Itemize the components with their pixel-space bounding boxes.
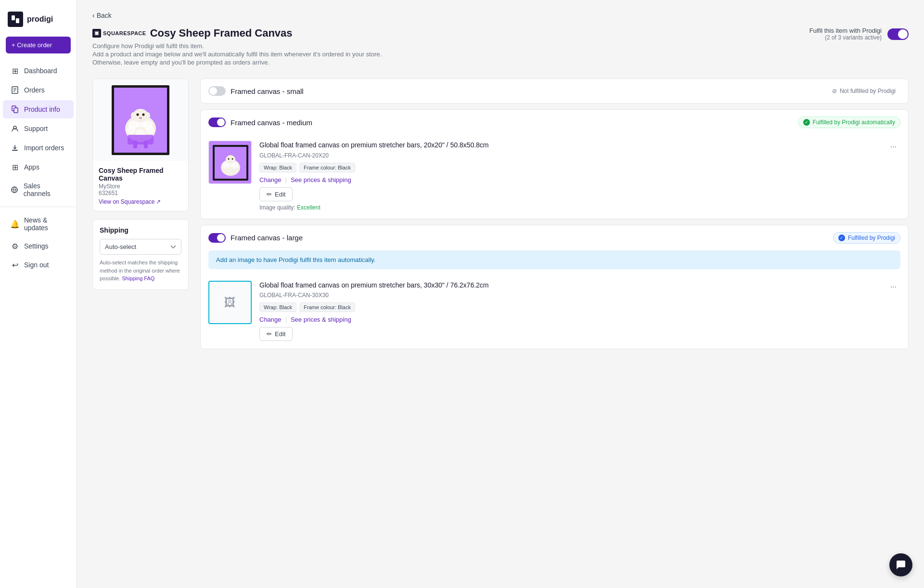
- product-image-container: [93, 79, 188, 161]
- product-detail-info-large: Global float framed canvas on premium st…: [259, 281, 900, 341]
- product-tags-medium: Wrap: Black Frame colour: Black: [259, 163, 489, 172]
- page-header-left: SQUARESPACE Cosy Sheep Framed Canvas Con…: [92, 27, 382, 67]
- sidebar-item-product-info[interactable]: Product info: [3, 100, 74, 118]
- variant-name-medium: Framed canvas - medium: [231, 118, 312, 127]
- variant-name-large: Framed canvas - large: [231, 234, 303, 242]
- svg-rect-9: [12, 150, 18, 151]
- product-thumb-image-medium: [209, 141, 252, 184]
- page-subtitle-1: Configure how Prodigi will fulfil this i…: [92, 42, 382, 50]
- squarespace-label: SQUARESPACE: [103, 30, 146, 36]
- status-label-large: Fulfilled by Prodigi: [848, 235, 895, 241]
- variant-card-medium: Framed canvas - medium ✓ Fulfilled by Pr…: [200, 109, 909, 219]
- sidebar: prodigi + Create order ⊞ Dashboard Order…: [0, 0, 77, 588]
- shipping-title: Shipping: [100, 226, 181, 234]
- svg-point-41: [232, 158, 233, 160]
- change-link-medium[interactable]: Change: [259, 176, 282, 183]
- fulfil-toggle-text: Fulfil this item with Prodigi (2 of 3 va…: [809, 27, 882, 41]
- svg-point-25: [145, 112, 150, 119]
- status-label-medium: Fulfilled by Prodigi automatically: [813, 119, 895, 126]
- orders-icon: [11, 86, 19, 94]
- quality-value-medium: Excellent: [297, 204, 321, 211]
- variant-toggle-small[interactable]: [208, 86, 226, 96]
- sidebar-item-settings[interactable]: ⚙ Settings: [3, 237, 74, 255]
- status-badge-small: ⊘ Not fulfilled by Prodigi: [827, 86, 900, 96]
- product-thumb-empty-large: 🖼: [208, 281, 252, 324]
- shipping-description: Auto-select matches the shipping method …: [100, 259, 181, 283]
- svg-rect-13: [97, 32, 98, 35]
- product-detail-row-medium: Global float framed canvas on premium st…: [201, 135, 908, 219]
- more-button-medium[interactable]: ···: [886, 141, 900, 153]
- sidebar-item-support[interactable]: Support: [3, 119, 74, 138]
- page-subtitle-3: Otherwise, leave empty and you'll be pro…: [92, 59, 382, 66]
- chat-button[interactable]: [889, 553, 912, 576]
- variant-toggle-medium[interactable]: [208, 118, 226, 127]
- svg-point-24: [131, 112, 136, 119]
- edit-button-large[interactable]: ✏ Edit: [259, 327, 293, 341]
- check-circle-icon-medium: ✓: [803, 119, 810, 126]
- main-content: ‹ Back SQUARESPACE Cosy Sheep Framed Can…: [77, 0, 924, 588]
- sidebar-item-sales-channels[interactable]: Sales channels: [3, 177, 74, 202]
- shipping-faq-link[interactable]: Shipping FAQ: [122, 275, 154, 281]
- sidebar-item-label: Import orders: [24, 144, 64, 152]
- variant-header-medium: Framed canvas - medium ✓ Fulfilled by Pr…: [201, 110, 908, 135]
- sidebar-item-label: Apps: [24, 163, 39, 171]
- product-thumb-medium: [208, 141, 252, 184]
- variant-header-left-large: Framed canvas - large: [208, 233, 303, 243]
- product-id: 632651: [99, 190, 182, 196]
- view-link-label: View on Squarespace: [99, 198, 155, 205]
- sidebar-item-label: Product info: [24, 105, 60, 113]
- shipping-section: Shipping Auto-select Standard Express Au…: [92, 219, 189, 290]
- sidebar-item-label: Orders: [24, 86, 45, 94]
- frame-tag-large: Frame colour: Black: [299, 302, 355, 312]
- sidebar-item-orders[interactable]: Orders: [3, 81, 74, 99]
- sign-out-icon: ↩: [11, 261, 19, 269]
- svg-rect-31: [144, 141, 148, 148]
- product-info: Cosy Sheep Framed Canvas MyStore 632651 …: [93, 161, 188, 211]
- change-link-large[interactable]: Change: [259, 316, 282, 323]
- product-tags-large: Wrap: Black Frame colour: Black: [259, 302, 489, 312]
- sidebar-item-apps[interactable]: ⊞ Apps: [3, 158, 74, 176]
- sidebar-item-label: Sales channels: [24, 182, 66, 197]
- image-quality-medium: Image quality: Excellent: [259, 204, 489, 211]
- variant-header-small: Framed canvas - small ⊘ Not fulfilled by…: [201, 79, 908, 103]
- variant-header-large: Framed canvas - large ✓ Fulfilled by Pro…: [201, 225, 908, 250]
- sidebar-item-sign-out[interactable]: ↩ Sign out: [3, 256, 74, 274]
- svg-rect-7: [14, 108, 18, 113]
- wrap-tag-medium: Wrap: Black: [259, 163, 296, 172]
- logo: prodigi: [0, 8, 77, 37]
- settings-icon: ⚙: [11, 242, 19, 250]
- svg-rect-0: [12, 15, 15, 20]
- sidebar-bottom: 🔔 News & updates ⚙ Settings ↩ Sign out: [0, 207, 77, 274]
- dashboard-icon: ⊞: [11, 66, 19, 75]
- sidebar-item-label: Sign out: [24, 261, 49, 269]
- back-button[interactable]: ‹ Back: [92, 12, 112, 19]
- see-prices-link-medium[interactable]: See prices & shipping: [291, 176, 351, 183]
- squarespace-logo-icon: [92, 29, 101, 38]
- sidebar-item-dashboard[interactable]: ⊞ Dashboard: [3, 62, 74, 80]
- toggle-thumb-small: [209, 87, 217, 95]
- variant-header-left-medium: Framed canvas - medium: [208, 118, 312, 127]
- edit-icon-medium: ✏: [267, 191, 272, 198]
- variant-toggle-large[interactable]: [208, 233, 226, 243]
- svg-rect-30: [133, 141, 137, 148]
- sales-channels-icon: [11, 185, 19, 194]
- fulfil-toggle[interactable]: [887, 28, 909, 40]
- edit-button-medium[interactable]: ✏ Edit: [259, 187, 293, 201]
- svg-point-28: [139, 117, 142, 119]
- info-banner-text: Add an image to have Prodigi fulfil this…: [216, 256, 375, 263]
- more-button-large[interactable]: ···: [886, 281, 900, 293]
- create-order-button[interactable]: + Create order: [6, 37, 71, 53]
- sidebar-item-news-updates[interactable]: 🔔 News & updates: [3, 211, 74, 236]
- variant-card-large: Framed canvas - large ✓ Fulfilled by Pro…: [200, 225, 909, 350]
- sidebar-item-import-orders[interactable]: Import orders: [3, 139, 74, 157]
- apps-icon: ⊞: [11, 163, 19, 171]
- see-prices-link-large[interactable]: See prices & shipping: [291, 316, 351, 323]
- svg-point-40: [228, 158, 230, 160]
- content-layout: Cosy Sheep Framed Canvas MyStore 632651 …: [92, 78, 909, 349]
- edit-icon-large: ✏: [267, 330, 272, 338]
- svg-rect-29: [128, 135, 154, 144]
- product-detail-info-medium: Global float framed canvas on premium st…: [259, 141, 900, 211]
- view-on-squarespace-link[interactable]: View on Squarespace ↗: [99, 198, 182, 205]
- svg-rect-12: [95, 32, 97, 35]
- shipping-select[interactable]: Auto-select Standard Express: [100, 239, 181, 255]
